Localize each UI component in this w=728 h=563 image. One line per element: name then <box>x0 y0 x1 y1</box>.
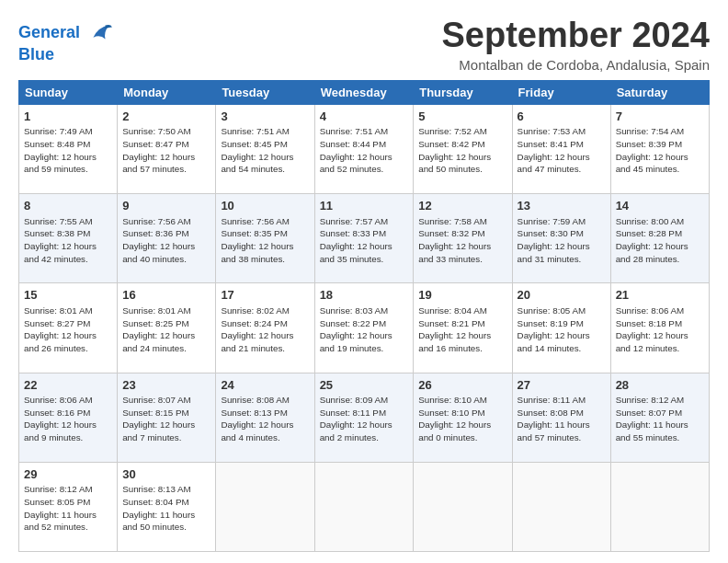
day-info: Sunrise: 7:58 AM Sunset: 8:32 PM Dayligh… <box>418 215 506 266</box>
calendar-cell: 24Sunrise: 8:08 AM Sunset: 8:13 PM Dayli… <box>216 373 314 462</box>
day-info: Sunrise: 8:12 AM Sunset: 8:07 PM Dayligh… <box>616 394 704 444</box>
day-number: 8 <box>24 198 112 214</box>
day-number: 27 <box>518 377 606 394</box>
day-info: Sunrise: 7:51 AM Sunset: 8:44 PM Dayligh… <box>320 125 409 176</box>
weekday-header-saturday: Saturday <box>610 80 709 104</box>
calendar-cell: 20Sunrise: 8:05 AM Sunset: 8:19 PM Dayli… <box>512 283 610 373</box>
day-number: 22 <box>24 377 112 394</box>
day-number: 1 <box>24 109 112 125</box>
day-number: 10 <box>221 198 309 214</box>
day-info: Sunrise: 8:09 AM Sunset: 8:11 PM Dayligh… <box>320 394 409 444</box>
day-info: Sunrise: 8:02 AM Sunset: 8:24 PM Dayligh… <box>221 304 309 355</box>
calendar-cell: 9Sunrise: 7:56 AM Sunset: 8:36 PM Daylig… <box>118 194 216 283</box>
day-info: Sunrise: 8:06 AM Sunset: 8:16 PM Dayligh… <box>24 394 112 444</box>
day-number: 9 <box>122 198 210 214</box>
day-info: Sunrise: 8:05 AM Sunset: 8:19 PM Dayligh… <box>518 304 606 355</box>
calendar-week-1: 1Sunrise: 7:49 AM Sunset: 8:48 PM Daylig… <box>19 104 710 193</box>
calendar-cell: 22Sunrise: 8:06 AM Sunset: 8:16 PM Dayli… <box>19 373 118 462</box>
calendar-cell: 13Sunrise: 7:59 AM Sunset: 8:30 PM Dayli… <box>512 194 610 283</box>
calendar-week-5: 29Sunrise: 8:12 AM Sunset: 8:05 PM Dayli… <box>19 462 710 551</box>
weekday-header-sunday: Sunday <box>19 80 118 104</box>
calendar-cell: 21Sunrise: 8:06 AM Sunset: 8:18 PM Dayli… <box>610 283 709 373</box>
calendar-cell: 5Sunrise: 7:52 AM Sunset: 8:42 PM Daylig… <box>414 104 512 193</box>
day-info: Sunrise: 7:53 AM Sunset: 8:41 PM Dayligh… <box>518 125 606 176</box>
weekday-header-tuesday: Tuesday <box>216 80 314 104</box>
day-number: 26 <box>418 377 506 394</box>
calendar-cell: 28Sunrise: 8:12 AM Sunset: 8:07 PM Dayli… <box>610 373 709 462</box>
day-info: Sunrise: 7:55 AM Sunset: 8:38 PM Dayligh… <box>24 215 112 266</box>
day-number: 11 <box>320 198 409 214</box>
day-number: 4 <box>320 109 409 125</box>
calendar-cell <box>512 462 610 551</box>
weekday-header-thursday: Thursday <box>414 80 512 104</box>
calendar-cell: 30Sunrise: 8:13 AM Sunset: 8:04 PM Dayli… <box>118 462 216 551</box>
logo-general: General <box>18 23 80 41</box>
calendar-cell <box>314 462 414 551</box>
day-info: Sunrise: 8:08 AM Sunset: 8:13 PM Dayligh… <box>221 394 309 444</box>
calendar-cell: 4Sunrise: 7:51 AM Sunset: 8:44 PM Daylig… <box>314 104 414 193</box>
day-info: Sunrise: 8:13 AM Sunset: 8:04 PM Dayligh… <box>122 483 210 534</box>
day-number: 16 <box>122 287 210 304</box>
calendar-cell: 2Sunrise: 7:50 AM Sunset: 8:47 PM Daylig… <box>118 104 216 193</box>
page: General Blue September 2024 Montalban de… <box>0 0 728 563</box>
day-number: 3 <box>221 109 309 125</box>
day-number: 19 <box>418 287 506 304</box>
logo: General Blue <box>18 20 112 64</box>
calendar-cell: 23Sunrise: 8:07 AM Sunset: 8:15 PM Dayli… <box>118 373 216 462</box>
day-info: Sunrise: 7:54 AM Sunset: 8:39 PM Dayligh… <box>616 125 704 176</box>
day-number: 25 <box>320 377 409 394</box>
day-number: 24 <box>221 377 309 394</box>
day-number: 15 <box>24 287 112 304</box>
calendar-cell: 7Sunrise: 7:54 AM Sunset: 8:39 PM Daylig… <box>610 104 709 193</box>
day-number: 20 <box>518 287 606 304</box>
day-info: Sunrise: 8:11 AM Sunset: 8:08 PM Dayligh… <box>518 394 606 444</box>
calendar-cell: 8Sunrise: 7:55 AM Sunset: 8:38 PM Daylig… <box>19 194 118 283</box>
day-info: Sunrise: 7:50 AM Sunset: 8:47 PM Dayligh… <box>122 125 210 176</box>
calendar-week-3: 15Sunrise: 8:01 AM Sunset: 8:27 PM Dayli… <box>19 283 710 373</box>
day-number: 17 <box>221 287 309 304</box>
calendar-cell: 17Sunrise: 8:02 AM Sunset: 8:24 PM Dayli… <box>216 283 314 373</box>
weekday-header-friday: Friday <box>512 80 610 104</box>
calendar-cell: 16Sunrise: 8:01 AM Sunset: 8:25 PM Dayli… <box>118 283 216 373</box>
calendar-table: SundayMondayTuesdayWednesdayThursdayFrid… <box>18 80 710 552</box>
day-info: Sunrise: 7:56 AM Sunset: 8:35 PM Dayligh… <box>221 215 309 266</box>
weekday-header-wednesday: Wednesday <box>314 80 414 104</box>
location: Montalban de Cordoba, Andalusia, Spain <box>442 57 711 73</box>
calendar-cell: 19Sunrise: 8:04 AM Sunset: 8:21 PM Dayli… <box>414 283 512 373</box>
day-info: Sunrise: 7:57 AM Sunset: 8:33 PM Dayligh… <box>320 215 409 266</box>
calendar-cell: 18Sunrise: 8:03 AM Sunset: 8:22 PM Dayli… <box>314 283 414 373</box>
calendar-week-2: 8Sunrise: 7:55 AM Sunset: 8:38 PM Daylig… <box>19 194 710 283</box>
day-number: 23 <box>122 377 210 394</box>
calendar-cell: 14Sunrise: 8:00 AM Sunset: 8:28 PM Dayli… <box>610 194 709 283</box>
day-number: 28 <box>616 377 704 394</box>
calendar-cell: 3Sunrise: 7:51 AM Sunset: 8:45 PM Daylig… <box>216 104 314 193</box>
calendar-cell <box>414 462 512 551</box>
day-number: 13 <box>518 198 606 214</box>
calendar-cell: 10Sunrise: 7:56 AM Sunset: 8:35 PM Dayli… <box>216 194 314 283</box>
day-info: Sunrise: 7:52 AM Sunset: 8:42 PM Dayligh… <box>418 125 506 176</box>
header: General Blue September 2024 Montalban de… <box>18 17 710 73</box>
day-info: Sunrise: 8:07 AM Sunset: 8:15 PM Dayligh… <box>122 394 210 444</box>
day-info: Sunrise: 8:01 AM Sunset: 8:27 PM Dayligh… <box>24 304 112 355</box>
day-number: 12 <box>418 198 506 214</box>
day-number: 21 <box>616 287 704 304</box>
day-info: Sunrise: 7:59 AM Sunset: 8:30 PM Dayligh… <box>518 215 606 266</box>
day-number: 6 <box>518 109 606 125</box>
logo-bird-icon <box>86 20 112 46</box>
month-title: September 2024 <box>442 17 711 55</box>
calendar-cell <box>610 462 709 551</box>
day-info: Sunrise: 8:03 AM Sunset: 8:22 PM Dayligh… <box>320 304 409 355</box>
day-number: 7 <box>616 109 704 125</box>
day-info: Sunrise: 8:00 AM Sunset: 8:28 PM Dayligh… <box>616 215 704 266</box>
calendar-cell: 11Sunrise: 7:57 AM Sunset: 8:33 PM Dayli… <box>314 194 414 283</box>
calendar-cell: 1Sunrise: 7:49 AM Sunset: 8:48 PM Daylig… <box>19 104 118 193</box>
day-number: 29 <box>24 466 112 483</box>
day-info: Sunrise: 7:56 AM Sunset: 8:36 PM Dayligh… <box>122 215 210 266</box>
day-info: Sunrise: 8:12 AM Sunset: 8:05 PM Dayligh… <box>24 483 112 534</box>
calendar-cell: 29Sunrise: 8:12 AM Sunset: 8:05 PM Dayli… <box>19 462 118 551</box>
day-number: 14 <box>616 198 704 214</box>
day-info: Sunrise: 7:49 AM Sunset: 8:48 PM Dayligh… <box>24 125 112 176</box>
title-block: September 2024 Montalban de Cordoba, And… <box>442 17 711 73</box>
day-info: Sunrise: 8:04 AM Sunset: 8:21 PM Dayligh… <box>418 304 506 355</box>
day-info: Sunrise: 8:06 AM Sunset: 8:18 PM Dayligh… <box>616 304 704 355</box>
